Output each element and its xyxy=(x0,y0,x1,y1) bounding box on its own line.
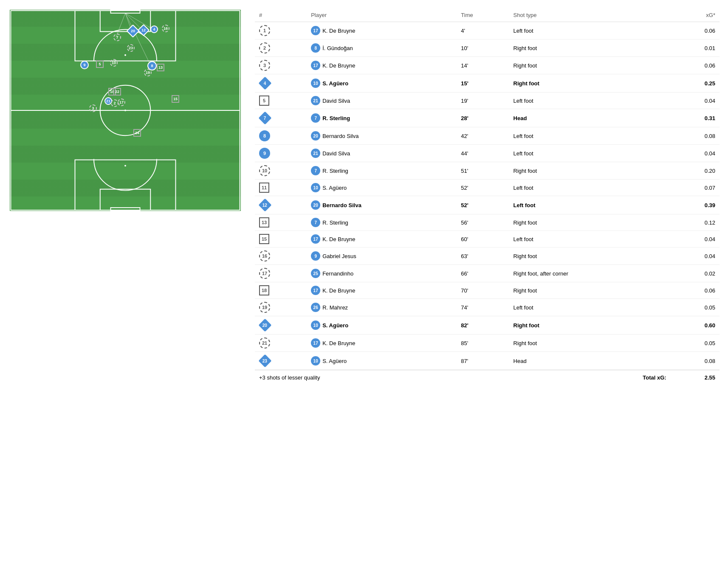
seq-cell: 11 xyxy=(255,180,307,196)
player-cell: 10S. Agüero xyxy=(307,352,457,370)
pitch-stripes xyxy=(10,10,241,211)
time-cell: 85' xyxy=(457,335,509,352)
shot-marker[interactable]: 23 xyxy=(127,44,135,52)
shot-marker[interactable]: 13 xyxy=(157,64,164,71)
table-row: 7 7R. Sterling 28' Head 0.31 xyxy=(255,109,720,127)
table-body: 1 17K. De Bruyne 4' Left foot 0.06 2 8İ.… xyxy=(255,22,720,370)
time-cell: 63' xyxy=(457,247,509,265)
total-label: Total xG: xyxy=(509,370,671,385)
shots-table: # Player Time Shot type xG* 1 17K. De Br… xyxy=(255,8,720,385)
player-cell: 25Fernandinho xyxy=(307,265,457,282)
xg-cell: 0.04 xyxy=(671,93,720,109)
table-header-row: # Player Time Shot type xG* xyxy=(255,8,720,22)
seq-cell: 10 xyxy=(255,162,307,180)
shot-type-cell: Right foot xyxy=(509,162,671,180)
shot-type-cell: Right foot xyxy=(509,247,671,265)
football-pitch: 20 12 41672395108131918222121731514 xyxy=(8,8,242,212)
shot-type-cell: Right foot, after corner xyxy=(509,265,671,282)
footer-note: +3 shots of lesser quality xyxy=(255,370,509,385)
seq-cell: 12 xyxy=(255,196,307,214)
shot-marker[interactable]: 12 xyxy=(139,26,148,34)
player-cell: 17K. De Bruyne xyxy=(307,282,457,299)
seq-cell: 1 xyxy=(255,22,307,39)
xg-cell: 0.25 xyxy=(671,74,720,93)
shot-marker[interactable]: 9 xyxy=(80,61,89,69)
seq-cell: 15 xyxy=(255,231,307,247)
seq-cell: 17 xyxy=(255,265,307,282)
shot-marker[interactable]: 19 xyxy=(144,69,152,76)
shot-type-cell: Right foot xyxy=(509,39,671,57)
shot-marker[interactable]: 4 xyxy=(150,25,158,33)
shot-type-cell: Left foot xyxy=(509,93,671,109)
player-cell: 17K. De Bruyne xyxy=(307,335,457,352)
time-cell: 4' xyxy=(457,22,509,39)
time-cell: 56' xyxy=(457,214,509,231)
time-cell: 52' xyxy=(457,180,509,196)
time-cell: 19' xyxy=(457,93,509,109)
table-row: 5 21David Silva 19' Left foot 0.04 xyxy=(255,93,720,109)
shot-type-cell: Right foot xyxy=(509,335,671,352)
time-cell: 42' xyxy=(457,127,509,145)
time-cell: 74' xyxy=(457,299,509,316)
shot-type-cell: Right foot xyxy=(509,316,671,335)
shot-marker[interactable]: 3 xyxy=(89,104,97,112)
shot-type-cell: Left foot xyxy=(509,145,671,162)
shot-type-cell: Left foot xyxy=(509,127,671,145)
table-row: 1 17K. De Bruyne 4' Left foot 0.06 xyxy=(255,22,720,39)
table-row: 19 26R. Mahrez 74' Left foot 0.05 xyxy=(255,299,720,316)
time-cell: 66' xyxy=(457,265,509,282)
time-cell: 14' xyxy=(457,57,509,74)
seq-cell: 19 xyxy=(255,299,307,316)
player-cell: 7R. Sterling xyxy=(307,162,457,180)
player-cell: 20Bernardo Silva xyxy=(307,127,457,145)
seq-cell: 23 xyxy=(255,352,307,370)
shot-marker[interactable]: 17 xyxy=(118,98,125,106)
shot-type-cell: Right foot xyxy=(509,282,671,299)
shot-marker[interactable]: 22 xyxy=(113,88,121,96)
table-row: 20 10S. Agüero 82' Right foot 0.60 xyxy=(255,316,720,335)
xg-cell: 0.20 xyxy=(671,162,720,180)
xg-cell: 0.05 xyxy=(671,299,720,316)
table-row: 13 7R. Sterling 56' Right foot 0.12 xyxy=(255,214,720,231)
total-value: 2.55 xyxy=(671,370,720,385)
shot-marker[interactable]: 15 xyxy=(172,95,179,103)
player-cell: 7R. Sterling xyxy=(307,214,457,231)
player-cell: 17K. De Bruyne xyxy=(307,22,457,39)
xg-cell: 0.31 xyxy=(671,109,720,127)
table-row: 11 10S. Agüero 52' Left foot 0.07 xyxy=(255,180,720,196)
player-cell: 17K. De Bruyne xyxy=(307,231,457,247)
time-cell: 10' xyxy=(457,39,509,57)
time-cell: 52' xyxy=(457,196,509,214)
shot-marker[interactable]: 20 xyxy=(128,26,138,36)
shot-marker[interactable]: 5 xyxy=(96,60,104,68)
xg-cell: 0.08 xyxy=(671,127,720,145)
table-row: 4 10S. Agüero 15' Right foot 0.25 xyxy=(255,74,720,93)
xg-cell: 0.60 xyxy=(671,316,720,335)
xg-cell: 0.01 xyxy=(671,39,720,57)
shot-marker[interactable]: 14 xyxy=(133,129,141,137)
time-cell: 60' xyxy=(457,231,509,247)
xg-cell: 0.39 xyxy=(671,196,720,214)
xg-cell: 0.05 xyxy=(671,335,720,352)
shot-type-cell: Left foot xyxy=(509,180,671,196)
xg-cell: 0.06 xyxy=(671,57,720,74)
time-cell: 70' xyxy=(457,282,509,299)
table-row: 23 10S. Agüero 87' Head 0.08 xyxy=(255,352,720,370)
table-row: 8 20Bernardo Silva 42' Left foot 0.08 xyxy=(255,127,720,145)
xg-cell: 0.02 xyxy=(671,265,720,282)
shot-type-cell: Right foot xyxy=(509,74,671,93)
shots-table-container: # Player Time Shot type xG* 1 17K. De Br… xyxy=(255,8,720,560)
shot-marker[interactable]: 7 xyxy=(113,34,121,41)
pitch-container: 20 12 41672395108131918222121731514 xyxy=(8,8,242,560)
shot-marker[interactable]: 10 xyxy=(110,59,118,67)
seq-cell: 2 xyxy=(255,39,307,57)
xg-cell: 0.12 xyxy=(671,214,720,231)
footer-row: +3 shots of lesser quality Total xG: 2.5… xyxy=(255,370,720,385)
table-row: 12 20Bernardo Silva 52' Left foot 0.39 xyxy=(255,196,720,214)
xg-cell: 0.07 xyxy=(671,180,720,196)
table-row: 16 9Gabriel Jesus 63' Right foot 0.04 xyxy=(255,247,720,265)
shot-marker[interactable]: 16 xyxy=(162,25,169,32)
seq-cell: 16 xyxy=(255,247,307,265)
col-time: Time xyxy=(457,8,509,22)
player-cell: 20Bernardo Silva xyxy=(307,196,457,214)
